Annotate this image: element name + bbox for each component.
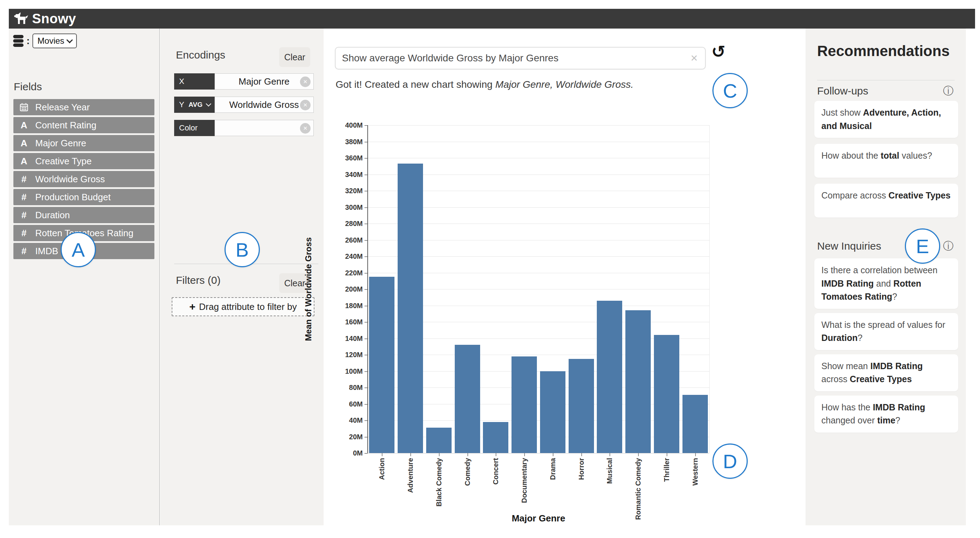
x-tick-label: Horror	[578, 458, 585, 480]
bar	[455, 345, 480, 453]
y-tick-label: 80M	[331, 384, 363, 392]
field-pill[interactable]: #Duration	[13, 207, 154, 223]
field-pill[interactable]: #Worldwide Gross	[13, 171, 154, 187]
bar	[512, 357, 537, 453]
field-label: Content Rating	[35, 120, 96, 131]
filter-dropzone-label: Drag attribute to filter by	[199, 301, 297, 312]
app-title: Snowy	[32, 11, 76, 26]
field-label: Worldwide Gross	[35, 174, 105, 185]
field-pill[interactable]: Release Year	[13, 99, 154, 115]
bar	[569, 359, 594, 453]
encoding-value[interactable]: ✕	[215, 120, 314, 136]
dataset-select[interactable]: Movies	[32, 33, 77, 48]
x-tick-label: Western	[691, 458, 699, 486]
recommendation-card[interactable]: Show mean IMDB Rating across Creative Ty…	[814, 354, 958, 392]
snowy-app: Snowy : Movies Fields Release YearAConte…	[0, 0, 980, 538]
annotation-badge-b: B	[224, 232, 260, 267]
text-field-icon: A	[18, 138, 30, 149]
numeric-field-icon: #	[18, 246, 30, 257]
y-tick-label: 240M	[331, 252, 363, 261]
field-pill[interactable]: AContent Rating	[13, 117, 154, 133]
recommendations-heading: Recommendations	[817, 43, 950, 60]
recommendation-card[interactable]: What is the spread of values for Duratio…	[814, 313, 958, 350]
field-pill[interactable]: #Production Budget	[13, 189, 154, 205]
bar	[540, 371, 565, 454]
y-tick-label: 160M	[331, 318, 363, 326]
x-tick-label: Concert	[492, 458, 500, 485]
x-tick	[667, 453, 667, 456]
info-icon[interactable]: ⓘ	[943, 86, 954, 96]
info-icon[interactable]: ⓘ	[943, 241, 954, 251]
bar	[483, 422, 508, 453]
x-tick-label: Comedy	[464, 458, 471, 486]
calendar-icon	[18, 103, 30, 112]
recommendation-card[interactable]: How about the total values?	[814, 144, 958, 178]
encoding-channel-text: Color	[179, 123, 198, 132]
x-tick-label: Romantic Comedy	[634, 458, 642, 520]
y-tick-label: 200M	[331, 285, 363, 293]
y-tick-label: 60M	[331, 400, 363, 408]
encoding-value-text: Major Genre	[239, 76, 290, 87]
recommendation-card[interactable]: Is there a correlation between IMDB Rati…	[814, 258, 958, 309]
encoding-row[interactable]: YAVGWorldwide Gross✕	[174, 97, 314, 113]
plus-icon: +	[189, 301, 196, 313]
x-tick	[382, 453, 382, 456]
filter-dropzone[interactable]: + Drag attribute to filter by	[172, 297, 315, 316]
recommendation-card[interactable]: Compare across Creative Types	[814, 184, 958, 218]
bar	[654, 335, 679, 453]
remove-encoding-icon[interactable]: ✕	[300, 123, 310, 134]
encoding-channel-label: Color	[174, 120, 215, 136]
field-pill[interactable]: ACreative Type	[13, 153, 154, 169]
encoding-channel-text: X	[179, 77, 185, 86]
aggregate-dropdown[interactable]: AVG	[189, 101, 203, 108]
y-tick-label: 300M	[331, 204, 363, 212]
x-tick-label: Black Comedy	[435, 458, 443, 507]
recommendations-panel: Recommendations Follow-ups ⓘ Just show A…	[805, 29, 966, 525]
encoding-row[interactable]: XMajor Genre✕	[174, 73, 314, 89]
y-tick-label: 360M	[331, 154, 363, 162]
numeric-field-icon: #	[18, 228, 30, 239]
encoding-value[interactable]: Major Genre✕	[215, 73, 314, 89]
y-tick-label: 220M	[331, 269, 363, 277]
chevron-down-icon	[206, 101, 212, 107]
grid-line	[368, 453, 709, 454]
y-tick-label: 100M	[331, 368, 363, 376]
encoding-channel-text: Y	[179, 100, 185, 109]
y-tick-label: 40M	[331, 416, 363, 425]
encoding-channel-label: X	[174, 73, 215, 89]
x-tick	[581, 453, 582, 456]
x-tick	[439, 453, 439, 456]
encoding-value-text: Worldwide Gross	[229, 99, 299, 110]
encodings-list: XMajor Genre✕YAVGWorldwide Gross✕Color✕	[174, 73, 314, 143]
remove-encoding-icon[interactable]: ✕	[300, 76, 310, 87]
recommendation-card[interactable]: Just show Adventure, Action, and Musical	[814, 101, 958, 138]
encoding-row[interactable]: Color✕	[174, 120, 314, 136]
y-axis-title: Mean of Worldwide Gross	[304, 237, 313, 341]
x-tick	[496, 453, 496, 456]
plot-border-right	[709, 125, 710, 453]
encodings-panel: Encodings Clear XMajor Genre✕YAVGWorldwi…	[160, 29, 324, 525]
followups-card-list: Just show Adventure, Action, and Musical…	[814, 101, 958, 223]
y-tick-label: 400M	[331, 121, 363, 129]
recommendation-card[interactable]: How has the IMDB Rating changed over tim…	[814, 396, 958, 433]
field-pill[interactable]: AMajor Genre	[13, 135, 154, 151]
annotation-badge-c: C	[713, 73, 748, 108]
text-field-icon: A	[18, 156, 30, 167]
remove-encoding-icon[interactable]: ✕	[300, 100, 310, 110]
new-inquiries-heading: New Inquiries	[817, 240, 881, 252]
field-label: Production Budget	[35, 192, 111, 203]
grid-line	[368, 125, 709, 126]
y-tick-label: 20M	[331, 433, 363, 441]
text-field-icon: A	[18, 120, 30, 131]
y-tick-label: 280M	[331, 220, 363, 228]
select-caret-icon	[67, 37, 73, 43]
y-tick	[364, 453, 368, 454]
dataset-select-value: Movies	[37, 36, 64, 46]
x-tick-label: Drama	[549, 458, 557, 480]
encoding-value[interactable]: Worldwide Gross✕	[215, 97, 314, 113]
encodings-clear-button[interactable]: Clear	[279, 47, 310, 67]
app-header: Snowy	[9, 9, 975, 29]
encoding-channel-label: YAVG	[174, 97, 215, 113]
numeric-field-icon: #	[18, 174, 30, 185]
bar	[398, 164, 423, 453]
